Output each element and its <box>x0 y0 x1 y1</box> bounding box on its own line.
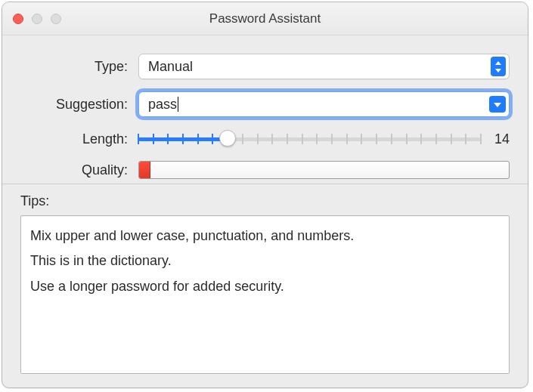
length-slider[interactable] <box>138 129 481 149</box>
tips-section: Tips: Mix upper and lower case, punctuat… <box>2 184 528 387</box>
tip-line: Mix upper and lower case, punctuation, a… <box>30 224 500 248</box>
slider-tick <box>435 134 437 144</box>
slider-tick <box>346 134 348 144</box>
slider-tick <box>153 134 154 144</box>
quality-label: Quality: <box>20 162 128 178</box>
slider-tick <box>406 134 407 144</box>
type-row: Type: Manual <box>20 54 510 79</box>
slider-tick <box>287 134 288 144</box>
suggestion-label: Suggestion: <box>20 97 128 113</box>
quality-meter <box>138 161 510 179</box>
slider-tick <box>480 134 482 144</box>
type-popup-button[interactable]: Manual <box>138 54 510 79</box>
slider-tick <box>420 134 422 144</box>
slider-tick <box>167 134 169 144</box>
length-label: Length: <box>20 131 128 147</box>
quality-row: Quality: <box>20 161 510 179</box>
slider-tick <box>138 134 139 144</box>
slider-tick <box>361 134 362 144</box>
content-area: Type: Manual Suggestion: pass Length: <box>2 35 528 179</box>
text-caret <box>178 97 178 112</box>
slider-tick <box>271 134 273 144</box>
slider-tick <box>197 134 199 144</box>
suggestion-value: pass <box>148 97 177 113</box>
suggestion-row: Suggestion: pass <box>20 91 510 117</box>
slider-tick <box>331 134 333 144</box>
quality-fill <box>139 162 150 178</box>
titlebar: Password Assistant <box>2 2 528 35</box>
slider-tick <box>257 134 259 144</box>
slider-tick <box>376 134 377 144</box>
tip-line: Use a longer password for added security… <box>30 274 500 299</box>
password-assistant-window: Password Assistant Type: Manual Suggesti… <box>2 2 528 388</box>
length-row: Length: 14 <box>20 129 510 149</box>
slider-tick <box>316 134 318 144</box>
dropdown-icon[interactable] <box>489 96 506 113</box>
slider-tick <box>391 134 392 144</box>
window-title: Password Assistant <box>2 11 528 26</box>
slider-tick <box>302 134 303 144</box>
slider-tick <box>242 134 243 144</box>
close-button[interactable] <box>13 14 23 24</box>
tips-textbox: Mix upper and lower case, punctuation, a… <box>20 215 510 374</box>
slider-knob[interactable] <box>219 130 236 147</box>
updown-icon <box>491 57 506 76</box>
suggestion-combobox[interactable]: pass <box>138 91 510 117</box>
type-label: Type: <box>20 59 128 75</box>
tips-label: Tips: <box>20 193 510 209</box>
slider-tick <box>465 134 466 144</box>
type-value: Manual <box>148 59 491 75</box>
minimize-button[interactable] <box>32 14 42 24</box>
traffic-lights <box>2 14 61 24</box>
slider-tick <box>182 134 184 144</box>
tip-line: This is in the dictionary. <box>30 248 500 273</box>
length-value: 14 <box>491 131 510 147</box>
slider-tick <box>212 134 213 144</box>
zoom-button[interactable] <box>51 14 61 24</box>
slider-tick <box>451 134 452 144</box>
